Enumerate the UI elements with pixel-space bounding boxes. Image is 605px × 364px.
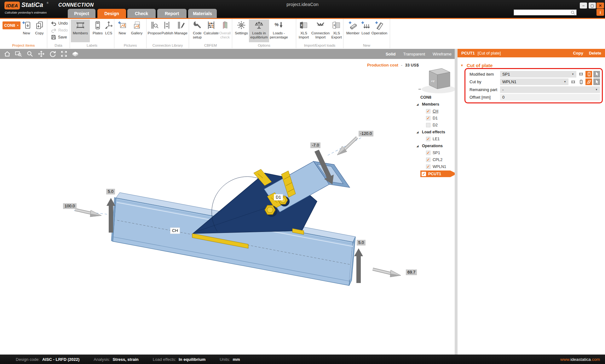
xls-import-button[interactable]: X XLS Import	[297, 20, 310, 42]
solid-view-icon[interactable]	[71, 50, 79, 58]
close-button[interactable]: ✕	[596, 3, 604, 9]
tab-check[interactable]: Check	[127, 9, 156, 18]
section-header[interactable]: ▼ Cut of plate	[460, 63, 493, 68]
project-item-selector[interactable]: CON8▼	[3, 21, 20, 29]
rotate-icon[interactable]	[49, 50, 57, 58]
new-member-button[interactable]: Member	[346, 20, 360, 42]
minimize-button[interactable]: –	[580, 3, 587, 9]
tree-item-cpl2[interactable]: ✓ CPL2	[426, 157, 442, 163]
orientation-cube[interactable]: +Y	[418, 68, 455, 93]
cut-by-select[interactable]: WPLN1 ▼	[500, 78, 568, 85]
checkbox-checked[interactable]: ✓	[426, 158, 430, 162]
pick-plate-button[interactable]	[578, 78, 584, 85]
load-effects-value[interactable]: In equilibrium	[179, 357, 205, 362]
modified-item-select[interactable]: SP1 ▼	[500, 71, 576, 78]
pick-member-button[interactable]	[578, 71, 584, 78]
new-picture-button[interactable]: New	[116, 20, 129, 42]
remaining-part-select[interactable]: - ▼	[500, 86, 600, 93]
design-code-value[interactable]: AISC - LRFD (2022)	[42, 357, 79, 362]
pick-workplane-button-active[interactable]	[585, 78, 592, 85]
home-view-icon[interactable]	[3, 50, 11, 58]
offset-input[interactable]: 0	[500, 94, 600, 101]
members-labels-button[interactable]: Members	[71, 20, 90, 42]
member-label-d1[interactable]: D1	[274, 194, 283, 200]
save-button[interactable]: Save	[51, 34, 67, 40]
pick-cursor-button[interactable]	[593, 71, 600, 78]
checkbox-checked[interactable]: ✓	[422, 172, 426, 176]
expander-icon[interactable]: ◢	[417, 145, 420, 147]
new-project-item-button[interactable]: New	[20, 20, 33, 42]
pick-cursor-button[interactable]	[593, 78, 600, 85]
tree-item-d2[interactable]: ✓ D2	[426, 122, 438, 128]
view-mode-wireframe[interactable]: Wireframe	[433, 52, 452, 56]
copy-operation-button[interactable]: Copy	[573, 51, 583, 55]
tree-root[interactable]: CON8	[420, 94, 431, 101]
view-mode-transparent[interactable]: Transparent	[403, 52, 425, 56]
tree-section-operations[interactable]: ◢ Operations	[417, 143, 443, 149]
chevron-down-icon: ▼	[569, 73, 574, 76]
search-box[interactable]	[514, 9, 577, 15]
panel-splitter[interactable]	[455, 49, 458, 355]
checkbox-checked[interactable]: ✓	[426, 165, 430, 169]
info-button[interactable]: i	[596, 9, 604, 16]
pan-icon[interactable]	[37, 50, 45, 58]
new-operation-button[interactable]: Operation	[371, 20, 388, 42]
member-label-ch[interactable]: CH	[170, 228, 180, 234]
units-value[interactable]: mm	[233, 357, 240, 362]
tree-item-le1[interactable]: ✓ LE1	[426, 136, 440, 142]
property-row-modified-item: Modified item SP1 ▼	[470, 70, 600, 78]
manage-button[interactable]: Manage	[174, 20, 188, 42]
view-mode-solid[interactable]: Solid	[386, 52, 396, 56]
tree-section-load-effects[interactable]: ◢ Load effects	[417, 129, 445, 135]
overall-check-button[interactable]: Overall check	[218, 20, 232, 42]
tab-report[interactable]: Report	[157, 9, 187, 18]
tree-item-pcut1-selected[interactable]: ✓ PCUT1	[420, 170, 455, 177]
tab-materials[interactable]: Materials	[188, 9, 217, 18]
new-load-button[interactable]: Load	[360, 20, 371, 42]
undo-button[interactable]: Undo	[51, 20, 68, 26]
checkbox-checked[interactable]: ✓	[426, 151, 430, 155]
tree-item-d1[interactable]: ✓ D1	[426, 115, 438, 121]
pick-plate-button-active[interactable]	[585, 71, 592, 78]
analysis-value[interactable]: Stress, strain	[112, 357, 138, 362]
tab-project[interactable]: Project	[68, 9, 95, 18]
group-connection-library: Propose Publish Manage Connection Librar…	[147, 19, 189, 48]
delete-operation-button[interactable]: Delete	[589, 51, 601, 55]
propose-button[interactable]: Propose	[147, 20, 161, 42]
search-input[interactable]	[514, 10, 571, 15]
calculate-button[interactable]: Calculate	[205, 20, 217, 42]
plates-labels-button[interactable]: Plates	[90, 20, 105, 42]
loads-in-equilibrium-button[interactable]: Loads in equilibrium	[249, 20, 269, 42]
connection-import-button[interactable]: Connection Import	[311, 20, 330, 42]
tab-design[interactable]: Design	[97, 9, 126, 18]
collapse-triangle-icon[interactable]: ▼	[460, 64, 464, 67]
checkbox-checked[interactable]: ✓	[426, 116, 430, 120]
zoom-icon[interactable]	[26, 50, 34, 58]
lcs-labels-button[interactable]: LCS	[104, 20, 114, 42]
loads-percentage-button[interactable]: % Loads - percentage	[270, 20, 288, 42]
xls-export-button[interactable]: X XLS Export	[331, 20, 342, 42]
tree-item-ch[interactable]: ✓ CH	[426, 108, 438, 114]
gallery-button[interactable]: Gallery	[129, 20, 145, 42]
model-canvas[interactable]: +Y Production cost - 33 US$ 100.0 5.0 -7…	[0, 59, 455, 355]
code-setup-button[interactable]: Code setup	[190, 20, 204, 42]
tree-section-members[interactable]: ◢ Members	[417, 101, 439, 107]
zoom-window-icon[interactable]	[14, 50, 23, 58]
cursor-icon	[594, 79, 599, 84]
copy-project-item-button[interactable]: Copy	[33, 20, 46, 42]
publish-button[interactable]: Publish	[161, 20, 173, 42]
expander-icon[interactable]: ◢	[417, 103, 420, 106]
expander-icon[interactable]: ◢	[417, 131, 420, 134]
pick-member-button[interactable]	[570, 78, 576, 85]
tree-item-sp1[interactable]: ✓ SP1	[426, 150, 440, 156]
redo-button[interactable]: Redo	[51, 27, 68, 33]
website-link[interactable]: www.ideastatica.com	[560, 357, 605, 362]
checkbox-checked[interactable]: ✓	[426, 137, 430, 141]
tree-item-wpln1[interactable]: ✓ WPLN1	[426, 164, 446, 170]
maximize-button[interactable]: ▢	[589, 3, 596, 9]
settings-button[interactable]: Settings	[234, 20, 249, 42]
highlighted-properties: Modified item SP1 ▼	[464, 68, 603, 103]
checkbox-unchecked[interactable]: ✓	[426, 123, 430, 127]
checkbox-checked[interactable]: ✓	[426, 109, 430, 113]
zoom-fit-icon[interactable]	[60, 50, 68, 58]
